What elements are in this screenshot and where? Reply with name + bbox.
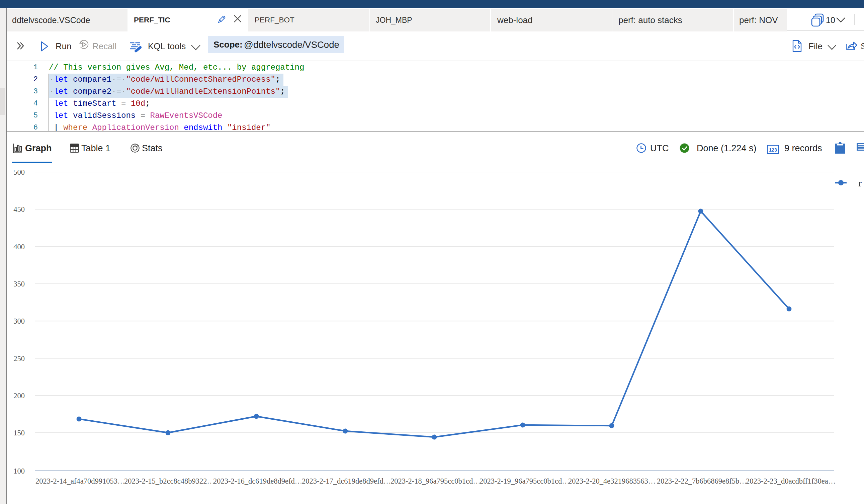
svg-text:2023-2-17_dc619de8d9efd…: 2023-2-17_dc619de8d9efd… bbox=[302, 477, 391, 485]
svg-text:2023-2-20_4e3219683563…: 2023-2-20_4e3219683563… bbox=[568, 477, 656, 485]
svg-text:2023-2-18_96a795cc0b1cd…: 2023-2-18_96a795cc0b1cd… bbox=[391, 477, 481, 485]
svg-text:500: 500 bbox=[13, 168, 25, 176]
svg-text:2023-2-19_96a795cc0b1cd…: 2023-2-19_96a795cc0b1cd… bbox=[480, 477, 569, 485]
svg-text:123: 123 bbox=[769, 147, 777, 153]
svg-text:2023-2-22_7b6b6869e8f5b…: 2023-2-22_7b6b6869e8f5b… bbox=[657, 477, 747, 485]
svg-text:2023-2-15_b2cc8c48b9322…: 2023-2-15_b2cc8c48b9322… bbox=[124, 477, 215, 485]
svg-text:150: 150 bbox=[13, 429, 25, 437]
svg-text:450: 450 bbox=[13, 205, 25, 214]
svg-text:100: 100 bbox=[13, 467, 25, 475]
svg-text:200: 200 bbox=[13, 392, 25, 400]
svg-text:r: r bbox=[858, 177, 862, 189]
svg-text:300: 300 bbox=[13, 317, 25, 325]
svg-text:2023-2-16_dc619de8d9efd…: 2023-2-16_dc619de8d9efd… bbox=[213, 477, 302, 485]
svg-text:2023-2-14_af4a70d991053…: 2023-2-14_af4a70d991053… bbox=[35, 477, 125, 485]
svg-text:2023-2-23_d0acdbff1f30ea…: 2023-2-23_d0acdbff1f30ea… bbox=[746, 477, 836, 485]
svg-text:400: 400 bbox=[13, 243, 25, 251]
svg-text:250: 250 bbox=[13, 355, 25, 363]
svg-text:350: 350 bbox=[13, 280, 25, 288]
